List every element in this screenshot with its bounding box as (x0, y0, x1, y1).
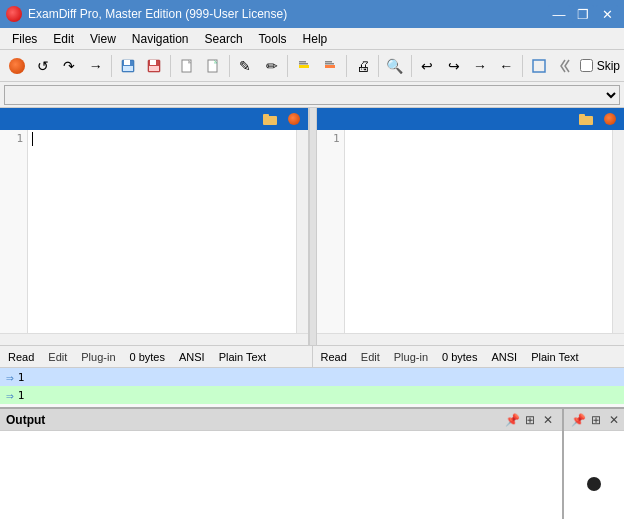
toolbar-redo-button[interactable]: ↷ (57, 53, 82, 79)
left-scrollbar-v[interactable] (296, 130, 308, 333)
left-scrollbar-h[interactable] (0, 333, 308, 345)
nav-back-icon: ↩ (421, 58, 433, 74)
menu-edit[interactable]: Edit (45, 30, 82, 48)
toolbar-new1-button[interactable] (174, 53, 199, 79)
right-status-bytes: 0 bytes (438, 350, 481, 364)
diff-line-text-2: 1 (18, 389, 25, 402)
search-bar (0, 82, 624, 108)
folder-right-icon (579, 113, 593, 125)
output-section: Output 📌 ⊞ ✕ 📌 ⊞ ✕ (0, 407, 624, 519)
toolbar-save-left-button[interactable] (115, 53, 140, 79)
toolbar: ↺ ↷ → ✎ ✏ (0, 50, 624, 82)
toolbar-view-button[interactable] (526, 53, 551, 79)
separator3 (229, 55, 230, 77)
toolbar-nav-fwd-button[interactable]: ↪ (441, 53, 466, 79)
right-pane-status: Read Edit Plug-in 0 bytes ANSI Plain Tex… (312, 346, 625, 367)
search-combo[interactable] (4, 85, 620, 105)
toolbar-undo-button[interactable]: ↺ (30, 53, 55, 79)
right-scrollbar-v[interactable] (612, 130, 624, 333)
menu-tools[interactable]: Tools (251, 30, 295, 48)
output-close-button[interactable]: ✕ (540, 412, 556, 428)
close-button[interactable]: ✕ (596, 5, 618, 23)
left-status-plugin[interactable]: Plug-in (77, 350, 119, 364)
output-undock-button[interactable]: ⊞ (522, 412, 538, 428)
menu-view[interactable]: View (82, 30, 124, 48)
menu-navigation[interactable]: Navigation (124, 30, 197, 48)
right-editor-content[interactable] (345, 130, 613, 333)
separator4 (287, 55, 288, 77)
toolbar-nav-prev-button[interactable]: ← (494, 53, 519, 79)
toolbar-right-icon1[interactable] (553, 53, 578, 79)
right-scrollbar-h[interactable] (317, 333, 625, 345)
side-pin-button[interactable]: 📌 (570, 412, 586, 428)
save-right-icon (147, 59, 161, 73)
print-icon: 🖨 (356, 58, 370, 74)
toolbar-new2-button[interactable] (200, 53, 225, 79)
toolbar-nav-next-button[interactable]: → (467, 53, 492, 79)
left-status-format: Plain Text (215, 350, 271, 364)
right-status-plugin[interactable]: Plug-in (390, 350, 432, 364)
left-status-edit[interactable]: Edit (44, 350, 71, 364)
diff-arrow-1: ⇒ (6, 370, 14, 385)
toolbar-mark2-button[interactable] (318, 53, 343, 79)
side-close-button[interactable]: ✕ (606, 412, 622, 428)
right-pane-apple-button[interactable] (600, 110, 620, 128)
main-editor-area: 1 1 (0, 108, 624, 345)
svg-rect-13 (325, 63, 334, 65)
left-cursor (32, 132, 33, 146)
toolbar-nav-back-button[interactable]: ↩ (415, 53, 440, 79)
toolbar-edit2-button[interactable]: ✏ (259, 53, 284, 79)
menu-help[interactable]: Help (295, 30, 336, 48)
nav-fwd-icon: ↪ (448, 58, 460, 74)
minimize-button[interactable]: — (548, 5, 570, 23)
right-pane-folder-button[interactable] (576, 110, 596, 128)
diff-line-1: ⇒ 1 (0, 368, 624, 386)
separator1 (111, 55, 112, 77)
left-editor-area[interactable]: 1 (0, 130, 308, 333)
svg-rect-14 (533, 60, 545, 72)
toolbar-logo-button[interactable] (4, 53, 29, 79)
left-pane-folder-button[interactable] (260, 110, 280, 128)
output-pin-button[interactable]: 📌 (504, 412, 520, 428)
toolbar-mark1-button[interactable] (291, 53, 316, 79)
right-editor-area[interactable]: 1 (317, 130, 625, 333)
right-pane-header (317, 108, 625, 130)
diff-lines-area: ⇒ 1 ⇒ 1 (0, 367, 624, 407)
title-bar-left: ExamDiff Pro, Master Edition (999-User L… (6, 6, 287, 22)
svg-rect-9 (299, 61, 306, 63)
svg-rect-2 (123, 66, 133, 71)
output-main: Output 📌 ⊞ ✕ (0, 409, 564, 519)
restore-button[interactable]: ❐ (572, 5, 594, 23)
edit1-icon: ✎ (239, 58, 251, 74)
title-text: ExamDiff Pro, Master Edition (999-User L… (28, 7, 287, 21)
output-header: Output 📌 ⊞ ✕ (0, 409, 562, 431)
edit2-icon: ✏ (266, 58, 278, 74)
output-content[interactable] (0, 431, 562, 519)
menu-files[interactable]: Files (4, 30, 45, 48)
apple-icon (9, 58, 25, 74)
left-status-read: Read (4, 350, 38, 364)
svg-rect-8 (299, 65, 309, 68)
separator7 (411, 55, 412, 77)
left-pane-apple-button[interactable] (284, 110, 304, 128)
skip-checkbox[interactable] (580, 59, 593, 72)
output-header-controls: 📌 ⊞ ✕ (504, 412, 556, 428)
skip-area: Skip (580, 59, 620, 73)
toolbar-save-right-button[interactable] (142, 53, 167, 79)
view-icon (532, 59, 546, 73)
nav-prev-icon: ← (499, 58, 513, 74)
menu-search[interactable]: Search (197, 30, 251, 48)
toolbar-forward-button[interactable]: → (83, 53, 108, 79)
side-undock-button[interactable]: ⊞ (588, 412, 604, 428)
toolbar-edit1-button[interactable]: ✎ (233, 53, 258, 79)
toolbar-print-button[interactable]: 🖨 (350, 53, 375, 79)
app-icon (6, 6, 22, 22)
svg-rect-11 (325, 65, 335, 68)
output-side-header: 📌 ⊞ ✕ (564, 409, 624, 431)
left-editor-content[interactable] (28, 130, 296, 333)
sidebar-collapse-icon (559, 56, 573, 76)
toolbar-zoom-button[interactable]: 🔍 (382, 53, 407, 79)
right-status-edit[interactable]: Edit (357, 350, 384, 364)
mark2-icon (323, 59, 337, 73)
separator8 (522, 55, 523, 77)
